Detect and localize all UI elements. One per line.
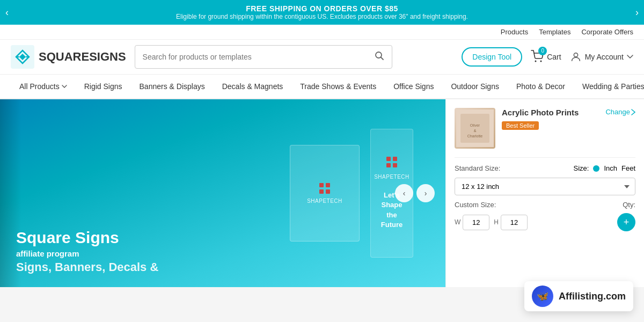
size-label: Size: [574, 164, 589, 172]
hero-arrows: ‹ › [395, 184, 435, 202]
dot [393, 157, 397, 161]
custom-size-row: Custom Size: Qty: [455, 201, 635, 209]
svg-point-5 [574, 53, 577, 57]
header-actions: Design Tool 0 Cart My Account [462, 47, 633, 67]
divider-1 [455, 157, 635, 158]
affilisting-icon: 🦋 [532, 286, 553, 307]
standard-size-row: Standard Size: Size: Inch Feet [455, 164, 635, 172]
svg-rect-7 [460, 114, 489, 143]
banner-subtitle: Eligible for ground shipping within the … [21, 13, 623, 20]
search-bar [135, 45, 392, 69]
chevron-down-icon [627, 55, 633, 59]
svg-point-3 [535, 60, 537, 62]
search-input[interactable] [135, 47, 367, 67]
standard-size-label: Standard Size: [455, 164, 500, 172]
util-nav-products[interactable]: Products [501, 28, 528, 36]
size-select[interactable]: 12 x 12 inch [455, 178, 635, 195]
inch-label: Inch [604, 164, 617, 172]
hero-subtitle: affiliate program [16, 249, 158, 258]
nav-office-signs[interactable]: Office Signs [385, 75, 442, 98]
nav-wedding-parties[interactable]: Wedding & Parties [574, 75, 644, 98]
dot [386, 157, 391, 161]
width-group: W [455, 215, 489, 230]
nav-photo-decor[interactable]: Photo & Decor [508, 75, 574, 98]
banner-next-button[interactable]: › [635, 7, 639, 18]
cart-label: Cart [547, 53, 561, 61]
dot [326, 189, 330, 194]
dot [319, 189, 324, 194]
svg-text:&: & [474, 129, 477, 133]
search-icon [375, 51, 384, 61]
hero-prev-button[interactable]: ‹ [395, 184, 413, 202]
height-input[interactable] [501, 215, 528, 230]
stand-label: SHAPETECH [307, 198, 342, 204]
size-toggle: Size: Inch Feet [574, 164, 636, 172]
hero-tagline: Signs, Banners, Decals & [16, 260, 158, 274]
nav-banners-displays[interactable]: Banners & Displays [131, 75, 214, 98]
cart-button[interactable]: 0 Cart [531, 50, 561, 64]
chevron-right-icon [631, 109, 635, 115]
logo-text: SQUARESIGNS [39, 50, 126, 64]
affilisting-overlay: 🦋 Affilisting.com [524, 281, 633, 311]
hero-panel: SHAPETECH SHAPETECH Let'sShapetheFuture … [0, 99, 445, 287]
logo-icon [11, 45, 34, 69]
main-header: SQUARESIGNS Design Tool 0 Cart [0, 40, 644, 75]
nav-trade-shows[interactable]: Trade Shows & Events [291, 75, 385, 98]
util-nav-templates[interactable]: Templates [539, 28, 570, 36]
qty-increment-button[interactable]: + [617, 213, 635, 231]
product-panel: Oliver & Charlotte Acrylic Photo Prints … [445, 99, 644, 287]
svg-text:Oliver: Oliver [470, 123, 480, 127]
banner-stand-dots [386, 157, 397, 167]
hero-title: Square Signs [16, 229, 158, 247]
width-input[interactable] [463, 215, 489, 230]
product-info: Acrylic Photo Prints Best Seller [502, 108, 599, 130]
dot [319, 183, 324, 187]
nav-all-products[interactable]: All Products [11, 75, 76, 98]
dot [386, 163, 391, 167]
hero-text: Square Signs affiliate program Signs, Ba… [16, 229, 158, 274]
account-label: My Account [585, 53, 624, 61]
svg-point-4 [540, 60, 542, 62]
utility-nav: Products Templates Corporate Offers [0, 25, 644, 40]
hero-next-button[interactable]: › [416, 184, 435, 202]
feet-label: Feet [621, 164, 635, 172]
nav-rigid-signs[interactable]: Rigid Signs [76, 75, 131, 98]
design-tool-button[interactable]: Design Tool [462, 47, 522, 67]
height-label: H [494, 218, 499, 226]
svg-line-2 [380, 57, 383, 60]
svg-text:Charlotte: Charlotte [467, 134, 483, 138]
product-header: Oliver & Charlotte Acrylic Photo Prints … [455, 108, 635, 149]
dot [326, 183, 330, 187]
logo[interactable]: SQUARESIGNS [11, 45, 126, 69]
banner-title: FREE SHIPPING ON ORDERS OVER $85 [21, 4, 623, 13]
height-group: H [494, 215, 528, 230]
account-button[interactable]: My Account [570, 51, 633, 63]
cart-icon-wrap: 0 [531, 50, 544, 64]
product-name: Acrylic Photo Prints [502, 108, 599, 117]
util-nav-corporate[interactable]: Corporate Offers [581, 28, 633, 36]
search-button[interactable] [367, 46, 392, 68]
change-product-link[interactable]: Change [605, 108, 635, 116]
account-icon [570, 51, 582, 63]
dot [393, 163, 397, 167]
all-products-dropdown-icon [62, 85, 67, 88]
width-label: W [455, 218, 460, 226]
nav-bar: All Products Rigid Signs Banners & Displ… [0, 75, 644, 99]
stand-dots-left [319, 183, 330, 194]
nav-outdoor-signs[interactable]: Outdoor Signs [442, 75, 508, 98]
cart-badge: 0 [538, 47, 547, 55]
qty-label: Qty: [623, 201, 635, 209]
stand-box-left: SHAPETECH [290, 145, 360, 241]
nav-decals-magnets[interactable]: Decals & Magnets [214, 75, 292, 98]
product-thumbnail: Oliver & Charlotte [455, 108, 495, 149]
inch-radio[interactable] [593, 165, 599, 172]
affilisting-text: Affilisting.com [559, 291, 626, 302]
banner-prev-button[interactable]: ‹ [5, 7, 9, 18]
content-area: SHAPETECH SHAPETECH Let'sShapetheFuture … [0, 99, 644, 287]
top-banner: ‹ FREE SHIPPING ON ORDERS OVER $85 Eligi… [0, 0, 644, 25]
product-image: Oliver & Charlotte [456, 109, 494, 147]
custom-size-label: Custom Size: [455, 201, 496, 209]
best-seller-badge: Best Seller [502, 121, 539, 130]
dimension-row: W H + [455, 213, 635, 231]
banner-stand-label: SHAPETECH [374, 174, 409, 180]
